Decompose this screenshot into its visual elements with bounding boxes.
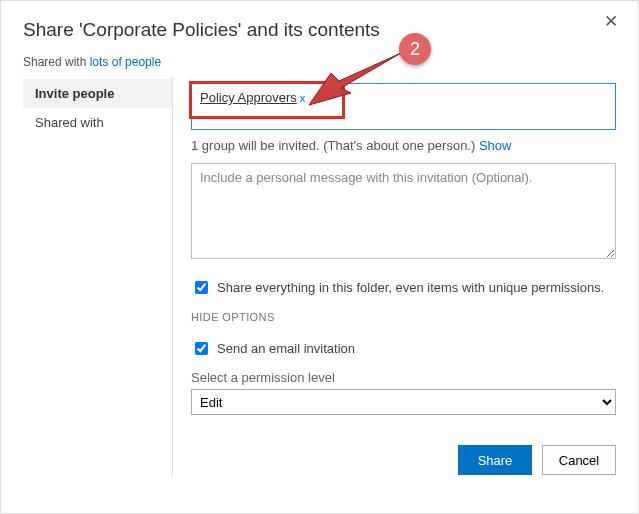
shared-with-line: Shared with lots of people — [23, 55, 616, 69]
personal-message-input[interactable] — [191, 163, 616, 259]
share-button[interactable]: Share — [458, 445, 532, 475]
shared-with-link[interactable]: lots of people — [90, 55, 161, 69]
send-email-label: Send an email invitation — [217, 341, 355, 356]
hide-options-toggle[interactable]: HIDE OPTIONS — [191, 311, 616, 323]
invite-summary-text: 1 group will be invited. (That's about o… — [191, 138, 479, 153]
send-email-checkbox[interactable] — [195, 342, 208, 355]
shared-with-prefix: Shared with — [23, 55, 90, 69]
permission-level-select[interactable]: Edit — [191, 389, 616, 415]
share-everything-option[interactable]: Share everything in this folder, even it… — [191, 278, 616, 297]
share-dialog: Share 'Corporate Policies' and its conte… — [1, 1, 638, 495]
send-email-option[interactable]: Send an email invitation — [191, 339, 616, 358]
dialog-title: Share 'Corporate Policies' and its conte… — [23, 19, 616, 41]
share-everything-checkbox[interactable] — [195, 281, 208, 294]
invite-summary: 1 group will be invited. (That's about o… — [191, 138, 616, 153]
main-panel: Policy Approversx 1 group will be invite… — [173, 77, 616, 475]
remove-recipient-icon[interactable]: x — [300, 92, 306, 104]
recipient-chip[interactable]: Policy Approvers — [200, 90, 297, 105]
tab-shared-with[interactable]: Shared with — [23, 108, 172, 137]
button-row: Share Cancel — [191, 445, 616, 475]
people-picker[interactable]: Policy Approversx — [191, 83, 616, 130]
share-everything-label: Share everything in this folder, even it… — [217, 280, 604, 295]
show-link[interactable]: Show — [479, 138, 512, 153]
cancel-button[interactable]: Cancel — [542, 445, 616, 475]
permission-level-label: Select a permission level — [191, 370, 616, 385]
close-icon[interactable]: ✕ — [604, 11, 618, 32]
tab-invite-people[interactable]: Invite people — [23, 79, 172, 108]
side-tabs: Invite people Shared with — [23, 77, 173, 475]
